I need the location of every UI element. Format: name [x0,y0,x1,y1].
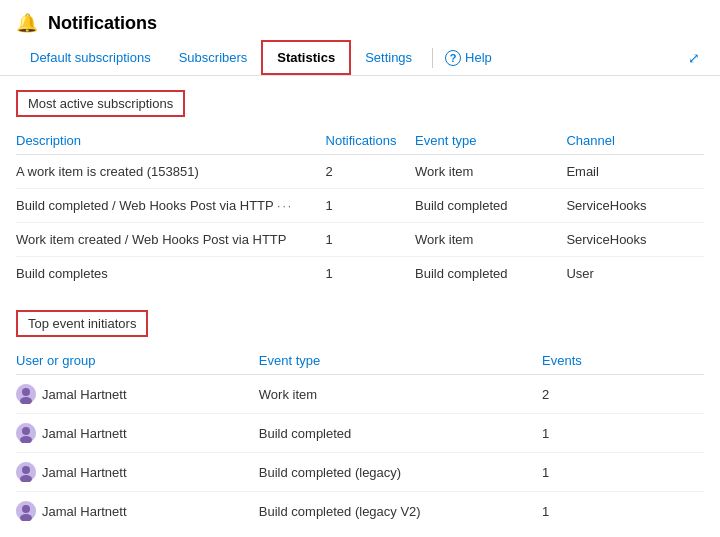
help-link[interactable]: ? Help [439,42,498,74]
tab-subscribers[interactable]: Subscribers [165,42,262,73]
table-row: Build completes 1 Build completed User [16,257,704,291]
section2-header: Top event initiators [16,310,148,337]
table-row: Jamal Hartnett Work item 2 [16,375,704,414]
section-event-initiators: Top event initiators User or group Event… [16,310,704,530]
cell-channel: ServiceHooks [566,223,704,257]
help-label: Help [465,50,492,65]
cell-notifications: 1 [326,223,415,257]
ellipsis: ··· [277,199,293,213]
table-row: Build completed / Web Hooks Post via HTT… [16,189,704,223]
svg-point-7 [22,466,30,474]
cell-events: 1 [542,492,704,531]
cell-event-type: Build completed [259,414,542,453]
cell-event-type: Build completed (legacy) [259,453,542,492]
nav-bar: Default subscriptions Subscribers Statis… [0,40,720,76]
section-active-subscriptions: Most active subscriptions Description No… [16,90,704,290]
cell-event-type: Work item [259,375,542,414]
bell-icon: 🔔 [16,12,38,34]
tab-default-subscriptions[interactable]: Default subscriptions [16,42,165,73]
avatar [16,384,36,404]
cell-channel: ServiceHooks [566,189,704,223]
svg-point-10 [22,505,30,513]
avatar [16,501,36,521]
cell-event-type: Work item [415,155,566,189]
cell-user: Jamal Hartnett [16,414,259,453]
cell-description: A work item is created (153851) [16,155,326,189]
section1-header: Most active subscriptions [16,90,185,117]
subscriptions-table: Description Notifications Event type Cha… [16,129,704,290]
cell-notifications: 2 [326,155,415,189]
cell-channel: User [566,257,704,291]
svg-point-1 [22,388,30,396]
cell-notifications: 1 [326,189,415,223]
cell-user: Jamal Hartnett [16,453,259,492]
table-row: Jamal Hartnett Build completed (legacy V… [16,492,704,531]
cell-events: 2 [542,375,704,414]
col-events-header: Events [542,349,704,375]
svg-point-4 [22,427,30,435]
cell-event-type: Build completed [415,189,566,223]
cell-user: Jamal Hartnett [16,492,259,531]
table-row: Jamal Hartnett Build completed (legacy) … [16,453,704,492]
cell-event-type: Build completed (legacy V2) [259,492,542,531]
content: Most active subscriptions Description No… [0,76,720,537]
nav-divider [432,48,433,68]
cell-events: 1 [542,414,704,453]
cell-notifications: 1 [326,257,415,291]
cell-user: Jamal Hartnett [16,375,259,414]
avatar [16,423,36,443]
cell-events: 1 [542,453,704,492]
cell-description: Build completes [16,257,326,291]
page-title: Notifications [48,13,157,34]
cell-description: Build completed / Web Hooks Post via HTT… [16,189,326,223]
col-eventtype-header: Event type [415,129,566,155]
table-row: Jamal Hartnett Build completed 1 [16,414,704,453]
col-notifications-header: Notifications [326,129,415,155]
col-user-header: User or group [16,349,259,375]
cell-event-type: Work item [415,223,566,257]
tab-settings[interactable]: Settings [351,42,426,73]
col-description-header: Description [16,129,326,155]
header: 🔔 Notifications [0,0,720,40]
col-etype2-header: Event type [259,349,542,375]
tab-statistics[interactable]: Statistics [261,40,351,75]
expand-icon[interactable]: ⤢ [684,42,704,74]
table-row: A work item is created (153851) 2 Work i… [16,155,704,189]
cell-channel: Email [566,155,704,189]
initiators-table: User or group Event type Events Jamal Ha… [16,349,704,530]
table-row: Work item created / Web Hooks Post via H… [16,223,704,257]
cell-description: Work item created / Web Hooks Post via H… [16,223,326,257]
cell-event-type: Build completed [415,257,566,291]
help-icon: ? [445,50,461,66]
avatar [16,462,36,482]
col-channel-header: Channel [566,129,704,155]
